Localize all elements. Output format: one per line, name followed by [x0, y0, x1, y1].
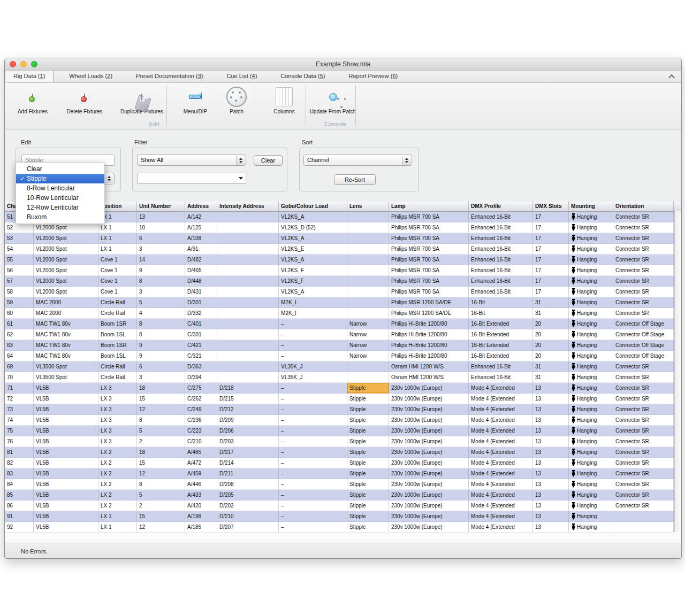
cell-orientation: Connector SR [613, 222, 674, 233]
table-row[interactable]: 71VL5BLX 318C/275D/218–Stipple230v 1000w… [5, 383, 681, 394]
cell-dmx-profile: Enhanced 16-Bit [469, 255, 533, 265]
table-row[interactable]: 81VL5BLX 218A/485D/217–Stipple230v 1000w… [5, 447, 681, 458]
cell-dmx-profile: Enhanced 16-Bit [469, 372, 533, 383]
column-header-mounting[interactable]: Mounting [569, 202, 613, 211]
menu-checkmark-icon [20, 193, 27, 203]
cell-unit-number: 18 [137, 447, 185, 458]
popup-stepper-icon [104, 174, 113, 183]
table-row[interactable]: 64MAC TW1 80vBoom 1SL9C/321–NarrowPhilip… [5, 351, 681, 361]
tab-cue-list[interactable]: Cue List (4) [218, 71, 265, 82]
menu-dip-button[interactable]: MENU Menu/DIP [172, 86, 219, 114]
duplicate-fixtures-button[interactable]: Duplicate Fixtures [117, 86, 166, 114]
table-row[interactable]: 91VL5BLX 115A/198D/210–Stipple230v 1000w… [5, 511, 681, 522]
cell-dmx-slots: 17 [533, 276, 569, 287]
table-row[interactable]: 73VL5BLX 312C/249D/212–Stipple230v 1000w… [5, 404, 681, 415]
cell-fixture-type: MAC TW1 80v [34, 329, 98, 340]
table-row[interactable]: 74VL5BLX 38C/236D/209–Stipple230v 1000w … [5, 415, 681, 426]
table-row[interactable]: 55VL2000 SpotCove 114D/482VL2KS_APhilips… [5, 255, 681, 265]
tab-rig-data[interactable]: Rig Data (1) [5, 71, 54, 82]
filter-clear-button[interactable]: Clear [254, 155, 283, 166]
add-fixtures-button[interactable]: Add Fixtures [8, 86, 57, 114]
column-header-dmx-profile[interactable]: DMX Profile [469, 202, 533, 211]
cell-lamp: Philips MSR 1200 SA/DE [389, 297, 469, 308]
column-header-unit-number[interactable]: Unit Number [137, 202, 185, 211]
cell-fixture-type: MAC TW1 80v [34, 340, 98, 351]
cell-unit-number: 8 [137, 479, 185, 490]
cell-channel: 91 [5, 511, 34, 522]
cell-mounting: Hanging [569, 394, 613, 404]
column-header-orientation[interactable]: Orientation [613, 202, 674, 211]
menu-item-buxom[interactable]: Buxom [16, 212, 104, 222]
menu-item-stipple[interactable]: ✓Stipple [16, 174, 104, 183]
table-row[interactable]: 62MAC TW1 80vBoom 1SL8C/301–NarrowPhilip… [5, 329, 681, 340]
tab-preset-documentation[interactable]: Preset Documentation (3) [128, 71, 211, 82]
zoom-window-button[interactable] [31, 61, 37, 67]
cell-address: C/321 [185, 351, 217, 361]
filter-value-combo[interactable] [137, 173, 246, 184]
table-row[interactable]: 84VL5BLX 28A/446D/208–Stipple230v 1000w … [5, 479, 681, 490]
column-header-dmx-slots[interactable]: DMX Slots [533, 202, 569, 211]
cell-gobo-colour-load: – [279, 479, 347, 490]
table-row[interactable]: 52VL2000 SpotLX 110A/125VL2KS_D (52)Phil… [5, 222, 681, 233]
cell-address: A/420 [185, 500, 217, 511]
column-header-lamp[interactable]: Lamp [389, 202, 469, 211]
cell-lamp: 230v 1000w (Europe) [389, 383, 469, 394]
cell-dmx-slots: 31 [533, 361, 569, 372]
table-row[interactable]: 58VL2000 SpotCove 13D/431VL2KS_APhilips … [5, 287, 681, 297]
toolbar: Add Fixtures Delete Fixtures Duplicate F… [5, 83, 681, 129]
cell-lens [347, 308, 389, 319]
table-row[interactable]: 82VL5BLX 215A/472D/214–Stipple230v 1000w… [5, 458, 681, 468]
sort-popup[interactable]: Channel [303, 155, 412, 166]
table-row[interactable]: 75VL5BLX 35C/223D/206–Stipple230v 1000w … [5, 426, 681, 436]
menu-item-clear[interactable]: Clear [16, 164, 104, 174]
table-row[interactable]: 72VL5BLX 315C/262D/215–Stipple230v 1000w… [5, 394, 681, 404]
cell-channel: 57 [5, 276, 34, 287]
table-row[interactable]: 86VL5BLX 22A/420D/202–Stipple230v 1000w … [5, 500, 681, 511]
table-row[interactable]: 51VL2000 SpotLX 113A/142VL2KS_APhilips M… [5, 212, 681, 222]
table-vertical-scrollbar[interactable] [674, 211, 681, 532]
table-row[interactable]: 69VL3500 SpotCircle Rail6D/363VL35K_JOsr… [5, 361, 681, 372]
close-window-button[interactable] [10, 61, 16, 67]
cell-address: A/91 [185, 244, 217, 255]
tab-report-preview[interactable]: Report Preview (6) [340, 71, 406, 82]
column-header-lens[interactable]: Lens [347, 202, 389, 211]
columns-button[interactable]: Columns [261, 86, 308, 114]
table-row[interactable]: 57VL2000 SpotCove 18D/448VL2KS_FPhilips … [5, 276, 681, 287]
filter-popup[interactable]: Show All [137, 155, 246, 166]
column-header-gobo-colour-load[interactable]: Gobo/Colour Load [279, 202, 347, 211]
tab-console-data[interactable]: Console Data (5) [272, 71, 333, 82]
cell-lens: Narrow [347, 319, 389, 329]
table-row[interactable]: 92VL5BLX 112A/185D/207–Stipple230v 1000w… [5, 522, 681, 533]
menu-item-12-row-lenticular[interactable]: 12-Row Lenticular [16, 203, 104, 212]
cell-address: D/431 [185, 287, 217, 297]
table-row[interactable]: 63MAC TW1 80vBoom 1SR9C/421–NarrowPhilip… [5, 340, 681, 351]
resort-button[interactable]: Re-Sort [334, 174, 376, 185]
cell-intensity-address [217, 297, 279, 308]
cell-intensity-address [217, 212, 279, 222]
table-row[interactable]: 54VL2000 SpotLX 13A/91VL2KS_EPhilips MSR… [5, 244, 681, 255]
table-row[interactable]: 83VL5BLX 212A/459D/211–Stipple230v 1000w… [5, 468, 681, 479]
menu-item-10-row-lenticular[interactable]: 10-Row Lenticular [16, 193, 104, 203]
table-row[interactable]: 61MAC TW1 80vBoom 1SR8C/401–NarrowPhilip… [5, 319, 681, 329]
cell-position: Boom 1SR [98, 340, 137, 351]
delete-fixtures-button[interactable]: Delete Fixtures [58, 86, 111, 114]
cell-fixture-type: VL5B [34, 426, 98, 436]
update-from-patch-button[interactable]: ↻ Update From Patch [309, 86, 357, 114]
patch-button[interactable]: Patch [220, 86, 253, 114]
table-row[interactable]: 85VL5BLX 25A/433D/205–Stipple230v 1000w … [5, 490, 681, 500]
collapse-toolbar-chevron-icon[interactable] [668, 74, 675, 79]
table-row[interactable]: 56VL2000 SpotCove 19D/465VL2KS_FPhilips … [5, 265, 681, 276]
column-header-address[interactable]: Address [185, 202, 217, 211]
column-header-intensity-address[interactable]: Intensity Address [217, 202, 279, 211]
table-row[interactable]: 59MAC 2000Circle Rail5D/301M2K_IPhilips … [5, 297, 681, 308]
cell-intensity-address [217, 372, 279, 383]
menu-item-8-row-lenticular[interactable]: 8-Row Lenticular [16, 183, 104, 193]
table-row[interactable]: 60MAC 2000Circle Rail4D/332M2K_IPhilips … [5, 308, 681, 319]
cell-dmx-profile: Enhanced 16-Bit [469, 244, 533, 255]
cell-lamp: 230v 1000w (Europe) [389, 404, 469, 415]
tab-wheel-loads[interactable]: Wheel Loads (2) [61, 71, 120, 82]
table-row[interactable]: 53VL2000 SpotLX 16A/108VL2KS_APhilips MS… [5, 233, 681, 244]
minimize-window-button[interactable] [20, 61, 27, 67]
table-row[interactable]: 76VL5BLX 32C/210D/203–Stipple230v 1000w … [5, 436, 681, 447]
table-row[interactable]: 70VL3500 SpotCircle Rail3D/394VL35K_JOsr… [5, 372, 681, 383]
